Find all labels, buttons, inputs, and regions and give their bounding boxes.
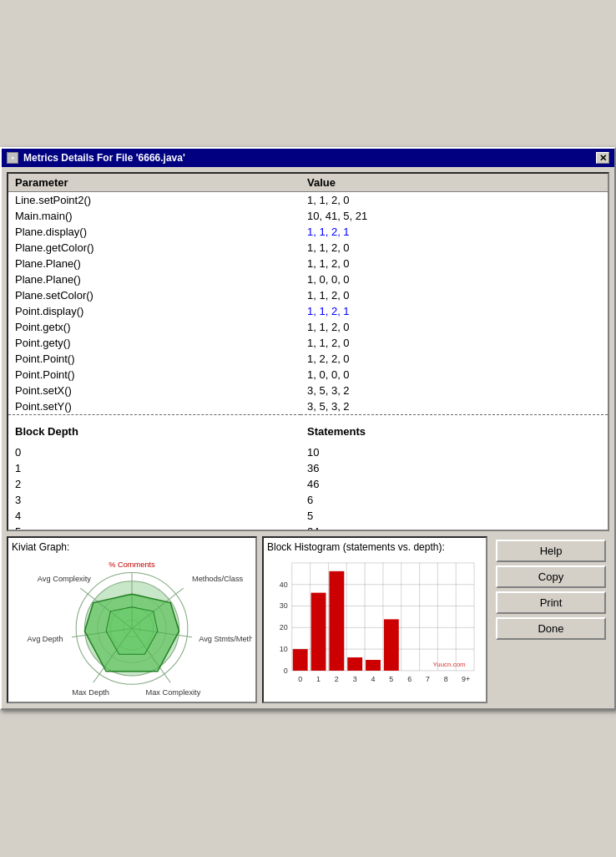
main-window: ▪ Metrics Details For File '6666.java' ✕… <box>0 147 616 710</box>
bottom-area: Kiviat Graph: <box>7 536 609 703</box>
histogram-title: Block Histogram (statements vs. depth): <box>267 541 482 553</box>
statements-cell: 6 <box>300 492 608 508</box>
value-cell: 1, 1, 2, 1 <box>300 303 608 319</box>
metrics-table: Parameter Value Line.setPoint2()1, 1, 2,… <box>8 174 608 531</box>
metrics-table-container[interactable]: Parameter Value Line.setPoint2()1, 1, 2,… <box>7 172 609 531</box>
param-cell: Plane.Plane() <box>8 256 300 271</box>
value-cell: 1, 1, 2, 0 <box>300 192 608 209</box>
depth-cell: 3 <box>8 492 300 508</box>
value-cell: 1, 1, 2, 0 <box>300 240 608 256</box>
svg-text:Methods/Class: Methods/Class <box>192 575 244 583</box>
print-button[interactable]: Print <box>496 591 606 614</box>
table-row: Line.setPoint2()1, 1, 2, 0 <box>8 192 608 209</box>
svg-text:30: 30 <box>280 601 288 610</box>
svg-rect-46 <box>311 593 326 671</box>
svg-text:3: 3 <box>353 675 357 683</box>
table-row: Plane.getColor()1, 1, 2, 0 <box>8 240 608 256</box>
param-cell: Point.getx() <box>8 319 300 335</box>
svg-text:10: 10 <box>280 645 288 653</box>
value-cell: 10, 41, 5, 21 <box>300 208 608 224</box>
title-bar: ▪ Metrics Details For File '6666.java' ✕ <box>2 149 614 167</box>
value-cell: 1, 1, 2, 1 <box>300 224 608 240</box>
block-depth-row: 524 <box>8 524 608 531</box>
kiviat-svg: % Comments Methods/Class Avg Stmts/Metho… <box>12 555 252 697</box>
svg-text:6: 6 <box>407 675 412 683</box>
histogram-panel: Block Histogram (statements vs. depth): <box>262 536 487 703</box>
buttons-panel: Help Copy Print Done <box>492 536 609 703</box>
table-row: Plane.Plane()1, 0, 0, 0 <box>8 271 608 287</box>
table-row: Plane.setColor()1, 1, 2, 0 <box>8 287 608 303</box>
param-cell: Point.Point() <box>8 367 300 383</box>
param-cell: Plane.display() <box>8 224 300 240</box>
svg-text:4: 4 <box>371 675 376 683</box>
value-cell: 1, 0, 0, 0 <box>300 367 608 383</box>
svg-text:5: 5 <box>389 675 393 683</box>
svg-text:Avg Depth: Avg Depth <box>28 635 63 643</box>
statements-cell: 46 <box>300 476 608 492</box>
histogram-svg: 0 10 20 30 40 <box>267 555 482 687</box>
table-row: Point.gety()1, 1, 2, 0 <box>8 335 608 351</box>
value-cell: 1, 0, 0, 0 <box>300 271 608 287</box>
svg-text:Max Complexity: Max Complexity <box>145 688 200 697</box>
param-cell: Plane.setColor() <box>8 287 300 303</box>
svg-text:Max Depth: Max Depth <box>72 688 109 697</box>
param-cell: Point.gety() <box>8 335 300 351</box>
depth-cell: 1 <box>8 460 300 476</box>
depth-cell: 0 <box>8 444 300 460</box>
statements-cell: 10 <box>300 444 608 460</box>
svg-text:7: 7 <box>426 675 430 683</box>
histogram-graph: 0 10 20 30 40 <box>267 555 482 698</box>
param-cell: Point.setX() <box>8 383 300 398</box>
value-cell: 1, 1, 2, 0 <box>300 256 608 271</box>
param-cell: Point.setY() <box>8 398 300 415</box>
svg-rect-50 <box>384 619 399 671</box>
value-cell: 1, 2, 2, 0 <box>300 351 608 367</box>
svg-text:0: 0 <box>284 667 288 675</box>
svg-text:40: 40 <box>280 581 288 589</box>
block-depth-row: 246 <box>8 476 608 492</box>
block-depth-row: 36 <box>8 492 608 508</box>
statements-label: Statements <box>300 422 608 441</box>
kiviat-title: Kiviat Graph: <box>12 541 252 553</box>
value-cell: 1, 1, 2, 0 <box>300 335 608 351</box>
svg-text:Yuucn.com: Yuucn.com <box>432 661 466 668</box>
svg-text:1: 1 <box>316 675 321 683</box>
table-row: Point.setX()3, 5, 3, 2 <box>8 383 608 398</box>
header-value: Value <box>300 174 608 192</box>
param-cell: Plane.Plane() <box>8 271 300 287</box>
statements-cell: 5 <box>300 508 608 524</box>
value-cell: 1, 1, 2, 0 <box>300 287 608 303</box>
param-cell: Main.main() <box>8 208 300 224</box>
block-depth-label: Block Depth <box>8 422 300 441</box>
svg-rect-49 <box>366 660 381 671</box>
table-row: Point.getx()1, 1, 2, 0 <box>8 319 608 335</box>
svg-rect-48 <box>347 657 362 671</box>
done-button[interactable]: Done <box>496 617 606 640</box>
depth-cell: 2 <box>8 476 300 492</box>
block-depth-row: 010 <box>8 444 608 460</box>
svg-text:20: 20 <box>280 623 288 631</box>
table-row: Plane.display()1, 1, 2, 1 <box>8 224 608 240</box>
value-cell: 3, 5, 3, 2 <box>300 398 608 415</box>
table-row: Point.setY()3, 5, 3, 2 <box>8 398 608 415</box>
table-row: Point.Point()1, 0, 0, 0 <box>8 367 608 383</box>
svg-text:8: 8 <box>444 675 448 683</box>
copy-button[interactable]: Copy <box>496 565 606 588</box>
window-icon: ▪ <box>7 152 18 164</box>
svg-rect-45 <box>293 649 308 671</box>
kiviat-panel: Kiviat Graph: <box>7 536 257 703</box>
value-cell: 3, 5, 3, 2 <box>300 383 608 398</box>
content-area: Parameter Value Line.setPoint2()1, 1, 2,… <box>2 167 614 708</box>
help-button[interactable]: Help <box>496 540 606 562</box>
svg-text:0: 0 <box>298 675 302 683</box>
param-cell: Line.setPoint2() <box>8 192 300 209</box>
header-parameter: Parameter <box>8 174 300 192</box>
depth-cell: 4 <box>8 508 300 524</box>
statements-cell: 36 <box>300 460 608 476</box>
table-row: Point.Point()1, 2, 2, 0 <box>8 351 608 367</box>
value-cell: 1, 1, 2, 0 <box>300 319 608 335</box>
close-button[interactable]: ✕ <box>596 152 609 164</box>
param-cell: Point.display() <box>8 303 300 319</box>
statements-cell: 24 <box>300 524 608 531</box>
svg-rect-47 <box>329 571 344 671</box>
